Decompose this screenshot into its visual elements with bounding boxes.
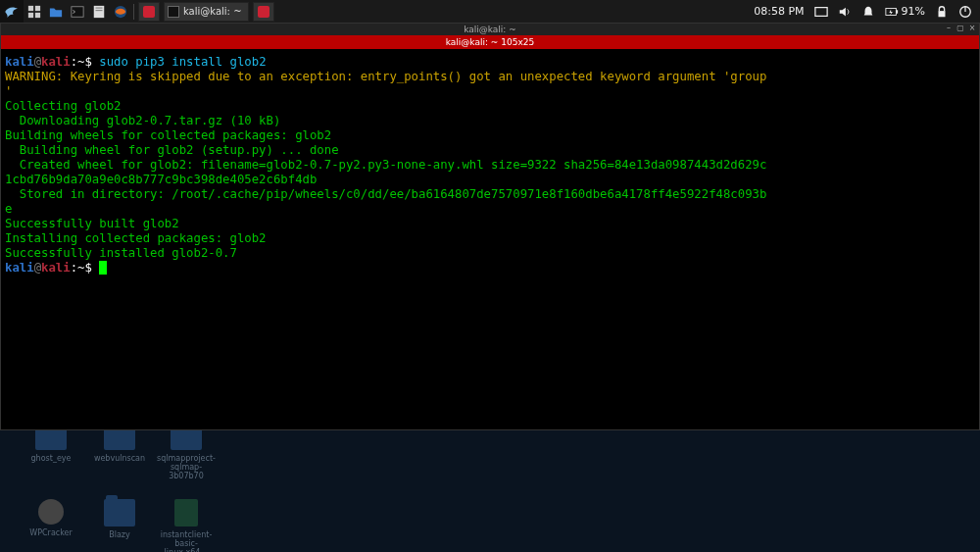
minimize-button[interactable]: –: [944, 24, 954, 32]
show-desktop-button[interactable]: [24, 0, 45, 23]
gear-icon: [38, 499, 64, 525]
svg-rect-11: [896, 10, 898, 14]
desktop-icon-label: instantclient-basic-linux.x64…: [157, 530, 216, 552]
panes-icon: [27, 5, 41, 19]
desktop-icon-label: WPCracker: [22, 528, 80, 537]
firefox-icon: [114, 5, 127, 19]
terminal-tab[interactable]: kali@kali: ~ 105x25: [1, 35, 979, 49]
app-menu-button[interactable]: [0, 0, 24, 23]
lock-icon[interactable]: [935, 5, 949, 19]
screenshot-tray-icon[interactable]: [814, 5, 828, 19]
desktop-icon-label: sqlmapproject-sqlmap-3b07b70: [157, 454, 216, 480]
terminal-icon: [168, 6, 179, 18]
svg-rect-3: [35, 12, 40, 17]
file-icon: [174, 499, 198, 527]
folder-icon: [104, 499, 135, 527]
desktop-icon[interactable]: WPCracker: [22, 499, 80, 537]
terminal-launcher[interactable]: [67, 0, 88, 23]
svg-rect-6: [96, 7, 103, 8]
svg-rect-14: [964, 6, 965, 11]
battery-percentage: 91%: [902, 5, 925, 18]
battery-charging-icon: [885, 5, 899, 19]
terminal-window: kali@kali: ~ – ▢ × kali@kali: ~ 105x25 k…: [0, 23, 980, 430]
desktop-icon[interactable]: sqlmapproject-sqlmap-3b07b70: [157, 423, 216, 480]
taskbar-separator: [133, 4, 134, 20]
svg-rect-12: [939, 11, 946, 17]
taskbar-item-label: kali@kali: ~: [183, 6, 242, 17]
editor-icon: [92, 5, 106, 19]
taskbar-item-terminal[interactable]: kali@kali: ~: [164, 2, 249, 22]
recorder-icon: [143, 6, 155, 18]
window-title: kali@kali: ~: [464, 25, 516, 34]
folder-icon: [49, 5, 63, 19]
recorder-icon: [258, 6, 270, 18]
text-editor-launcher[interactable]: [88, 0, 110, 23]
desktop-icon[interactable]: Blazy: [90, 499, 149, 539]
system-tray: 08:58 PM 91%: [754, 5, 980, 19]
kali-dragon-icon: [3, 3, 21, 21]
file-manager-launcher[interactable]: [45, 0, 67, 23]
svg-rect-0: [28, 5, 33, 10]
desktop-icon[interactable]: instantclient-basic-linux.x64…: [157, 499, 216, 552]
taskbar-item[interactable]: [253, 2, 274, 22]
svg-rect-4: [72, 6, 83, 17]
desktop-icon-label: Blazy: [90, 530, 149, 539]
svg-rect-7: [96, 10, 103, 11]
svg-rect-2: [28, 12, 33, 17]
svg-rect-9: [814, 7, 826, 16]
svg-rect-1: [35, 5, 40, 10]
battery-indicator[interactable]: 91%: [885, 5, 925, 19]
power-icon[interactable]: [958, 5, 972, 19]
browser-launcher[interactable]: [110, 0, 131, 23]
terminal-tab-label: kali@kali: ~ 105x25: [446, 37, 534, 47]
desktop-icon-label: webvulnscan: [90, 454, 149, 463]
notifications-icon[interactable]: [861, 5, 875, 19]
window-titlebar[interactable]: kali@kali: ~ – ▢ ×: [1, 24, 979, 35]
taskbar-item[interactable]: [138, 2, 160, 22]
maximize-button[interactable]: ▢: [956, 24, 965, 32]
terminal-output-area[interactable]: kali@kali:~$ sudo pip3 install glob2 WAR…: [1, 49, 979, 429]
terminal-icon: [71, 5, 84, 19]
clock[interactable]: 08:58 PM: [754, 5, 804, 18]
volume-icon[interactable]: [838, 5, 852, 19]
taskbar-left: kali@kali: ~: [0, 0, 276, 23]
desktop-icon-label: ghost_eye: [22, 454, 80, 463]
close-button[interactable]: ×: [967, 24, 977, 32]
taskbar: kali@kali: ~ 08:58 PM 91%: [0, 0, 980, 23]
